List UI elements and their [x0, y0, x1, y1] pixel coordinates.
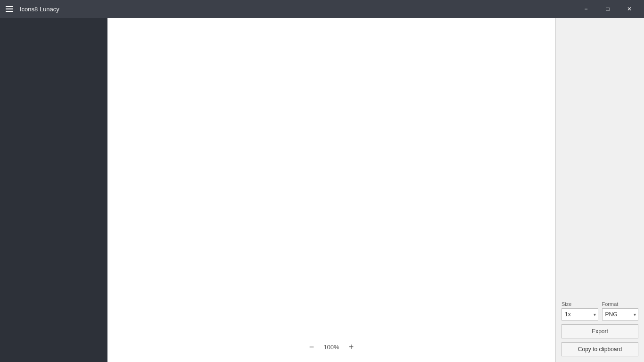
right-panel: Size 1x 2x 3x Format PNG SVG	[555, 18, 644, 362]
canvas-content	[107, 18, 555, 362]
app-title: Icons8 Lunacy	[20, 6, 59, 13]
minimize-button[interactable]: −	[575, 0, 597, 18]
format-label: Format	[602, 301, 639, 307]
menu-icon[interactable]	[4, 4, 15, 14]
export-controls: Size 1x 2x 3x Format PNG SVG	[561, 301, 638, 356]
export-button[interactable]: Export	[561, 324, 638, 338]
format-control-group: Format PNG SVG JPG PDF	[602, 301, 639, 321]
zoom-controls: − 100% +	[306, 341, 357, 353]
zoom-value: 100%	[322, 344, 341, 351]
size-select-wrapper: 1x 2x 3x	[561, 308, 598, 321]
format-select[interactable]: PNG SVG JPG PDF	[602, 308, 639, 321]
left-sidebar	[0, 18, 107, 362]
maximize-button[interactable]: □	[597, 0, 619, 18]
copy-to-clipboard-button[interactable]: Copy to clipboard	[561, 342, 638, 356]
format-select-wrapper: PNG SVG JPG PDF	[602, 308, 639, 321]
window-controls: − □ ✕	[575, 0, 640, 18]
main-layout: − 100% + Size 1x 2x 3x	[0, 18, 644, 362]
zoom-in-button[interactable]: +	[346, 341, 357, 353]
size-select[interactable]: 1x 2x 3x	[561, 308, 598, 321]
title-bar: Icons8 Lunacy − □ ✕	[0, 0, 644, 18]
size-format-row: Size 1x 2x 3x Format PNG SVG	[561, 301, 638, 321]
size-control-group: Size 1x 2x 3x	[561, 301, 598, 321]
close-button[interactable]: ✕	[619, 0, 640, 18]
zoom-out-button[interactable]: −	[306, 341, 317, 353]
canvas-area: − 100% +	[107, 18, 555, 362]
size-label: Size	[561, 301, 598, 307]
title-bar-left: Icons8 Lunacy	[4, 4, 59, 14]
